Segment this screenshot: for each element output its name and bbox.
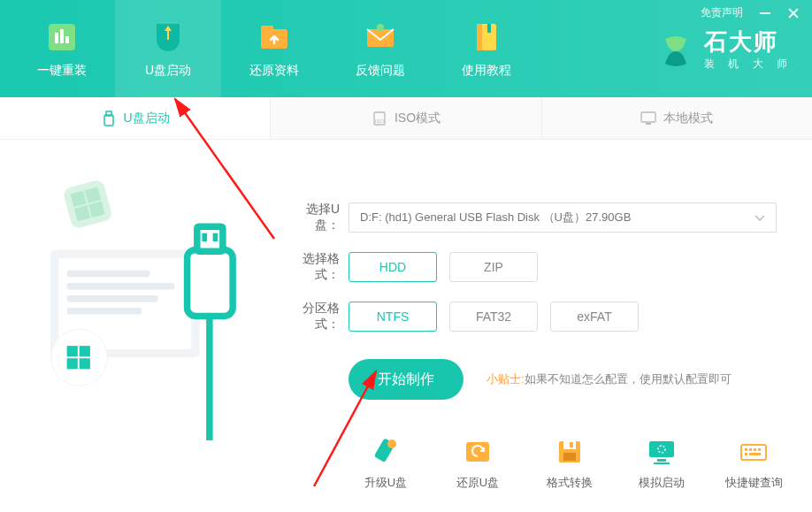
svg-rect-18 xyxy=(62,179,112,229)
svg-rect-45 xyxy=(649,441,674,457)
brand-title: 石大师 xyxy=(704,30,793,53)
nav-usb-boot[interactable]: U盘启动 xyxy=(115,0,221,97)
restore-icon xyxy=(462,436,494,468)
tab-label: U盘启动 xyxy=(124,111,170,126)
main-nav: 一键重装 U盘启动 还原资料 反馈问题 使用教程 xyxy=(0,0,540,97)
monitor-boot-icon xyxy=(646,436,678,468)
main-panel: 选择U盘： D:F: (hd1) General USB Flash Disk … xyxy=(0,140,812,512)
monitor-icon xyxy=(640,111,656,126)
partition-option-fat32[interactable]: FAT32 xyxy=(449,302,538,332)
svg-rect-47 xyxy=(654,462,670,464)
udisk-label: 选择U盘： xyxy=(283,202,349,233)
partition-option-exfat[interactable]: exFAT xyxy=(550,302,639,332)
tab-iso-mode[interactable]: ISO ISO模式 xyxy=(270,97,540,139)
svg-rect-4 xyxy=(65,36,69,43)
action-label: 模拟启动 xyxy=(639,475,685,491)
book-icon xyxy=(468,19,505,56)
nav-reinstall[interactable]: 一键重装 xyxy=(9,0,115,97)
svg-rect-36 xyxy=(202,233,207,241)
action-label: 升级U盘 xyxy=(364,475,407,491)
nav-tutorial[interactable]: 使用教程 xyxy=(433,0,540,97)
nav-label: 一键重装 xyxy=(37,63,87,79)
nav-label: 使用教程 xyxy=(462,63,511,79)
usb-small-icon xyxy=(101,111,117,126)
svg-rect-28 xyxy=(67,308,142,315)
action-hotkey-query[interactable]: 快捷键查询 xyxy=(718,436,789,491)
tab-label: 本地模式 xyxy=(663,111,713,126)
svg-point-39 xyxy=(387,439,396,448)
usb-illustration xyxy=(27,175,257,405)
window-controls: 免责声明 xyxy=(701,5,800,20)
action-label: 快捷键查询 xyxy=(725,475,783,491)
svg-rect-26 xyxy=(67,283,175,290)
svg-rect-13 xyxy=(106,111,111,116)
svg-rect-33 xyxy=(80,358,90,369)
keyboard-icon xyxy=(738,436,770,468)
envelope-icon xyxy=(362,19,399,56)
udisk-dropdown[interactable]: D:F: (hd1) General USB Flash Disk （U盘）27… xyxy=(349,203,777,233)
format-option-hdd[interactable]: HDD xyxy=(349,252,437,282)
tool-actions: 升级U盘 还原U盘 格式转换 模拟启动 快捷键查询 xyxy=(350,436,789,491)
svg-rect-2 xyxy=(55,33,58,43)
svg-rect-51 xyxy=(749,448,752,451)
action-label: 格式转换 xyxy=(547,475,593,491)
udisk-value: D:F: (hd1) General USB Flash Disk （U盘）27… xyxy=(360,210,631,225)
disclaimer-link[interactable]: 免责声明 xyxy=(701,5,743,20)
mode-tabs: U盘启动 ISO ISO模式 本地模式 xyxy=(0,97,812,140)
iso-icon: ISO xyxy=(372,111,387,126)
nav-feedback[interactable]: 反馈问题 xyxy=(327,0,433,97)
svg-rect-35 xyxy=(197,226,223,251)
svg-rect-53 xyxy=(758,448,761,451)
svg-text:ISO: ISO xyxy=(375,118,385,124)
svg-rect-46 xyxy=(657,459,666,462)
svg-rect-37 xyxy=(213,233,218,241)
format-option-zip[interactable]: ZIP xyxy=(449,252,538,282)
svg-point-8 xyxy=(377,24,384,31)
brand-subtitle: 装 机 大 师 xyxy=(704,57,793,72)
svg-rect-31 xyxy=(80,346,90,356)
svg-rect-30 xyxy=(67,346,78,356)
svg-rect-54 xyxy=(745,453,747,455)
svg-rect-34 xyxy=(188,249,234,316)
close-button[interactable] xyxy=(787,7,800,19)
bar-chart-icon xyxy=(43,19,80,56)
format-label: 选择格式： xyxy=(283,251,349,283)
action-upgrade-usb[interactable]: 升级U盘 xyxy=(350,436,421,491)
svg-rect-25 xyxy=(67,271,150,278)
partition-option-ntfs[interactable]: NTFS xyxy=(349,302,437,332)
nav-label: 反馈问题 xyxy=(356,63,405,79)
action-label: 还原U盘 xyxy=(456,475,499,491)
brand: 石大师 装 机 大 师 xyxy=(656,30,793,72)
minimize-button[interactable] xyxy=(759,7,771,19)
svg-rect-43 xyxy=(563,453,576,461)
svg-rect-49 xyxy=(741,445,766,460)
tab-usb-boot[interactable]: U盘启动 xyxy=(0,97,270,139)
svg-rect-52 xyxy=(754,448,756,451)
action-simulate-boot[interactable]: 模拟启动 xyxy=(626,436,697,491)
chevron-down-icon xyxy=(755,211,765,225)
tab-label: ISO模式 xyxy=(395,111,440,126)
tip-label: 小贴士: xyxy=(486,372,525,386)
nav-restore[interactable]: 还原资料 xyxy=(221,0,327,97)
usb-up-icon xyxy=(370,436,402,468)
tip-text: 小贴士:如果不知道怎么配置，使用默认配置即可 xyxy=(486,371,732,387)
top-navbar: 免责声明 一键重装 U盘启动 还原资料 xyxy=(0,0,812,97)
svg-rect-27 xyxy=(67,295,158,302)
nav-label: 还原资料 xyxy=(249,63,299,79)
svg-rect-32 xyxy=(67,358,78,369)
svg-rect-17 xyxy=(646,123,651,125)
action-restore-usb[interactable]: 还原U盘 xyxy=(442,436,513,491)
svg-rect-16 xyxy=(641,112,655,122)
svg-rect-6 xyxy=(261,26,273,33)
floppy-icon xyxy=(554,436,586,468)
svg-rect-0 xyxy=(760,12,770,14)
svg-rect-10 xyxy=(477,24,482,50)
svg-rect-44 xyxy=(570,442,573,447)
svg-rect-50 xyxy=(745,448,747,451)
svg-rect-55 xyxy=(749,453,761,455)
svg-rect-3 xyxy=(60,29,64,43)
tab-local-mode[interactable]: 本地模式 xyxy=(541,97,812,139)
start-create-button[interactable]: 开始制作 xyxy=(349,359,463,400)
usb-shield-icon xyxy=(149,19,187,56)
action-format-convert[interactable]: 格式转换 xyxy=(534,436,605,491)
